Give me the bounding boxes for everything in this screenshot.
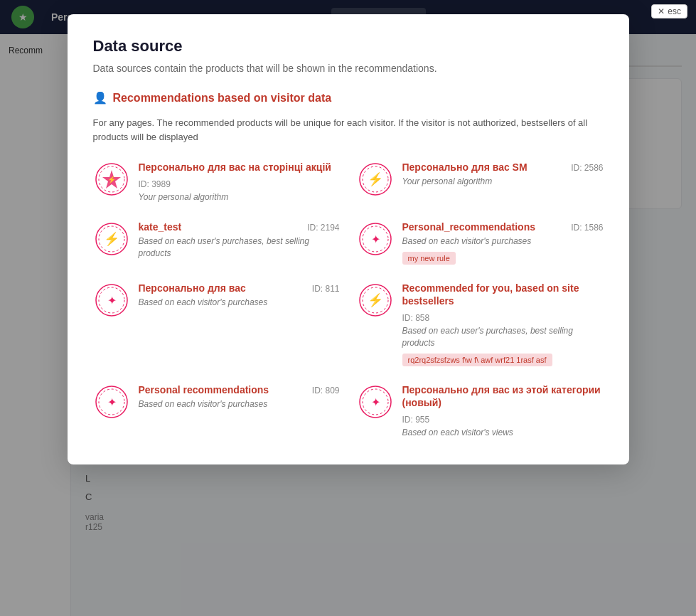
card-2-id: ID: 2586 [571, 163, 603, 173]
card-1-content: Персонально для вас на сторінці акцій ID… [139, 161, 340, 203]
card-8-icon: ✦ [357, 383, 394, 420]
card-5-desc: Based on each visitor's purchases [139, 297, 340, 309]
card-1[interactable]: ⚡ Персонально для вас на сторінці акцій … [93, 158, 340, 206]
section-title: Recommendations based on visitor data [113, 92, 332, 105]
svg-text:⚡: ⚡ [368, 292, 384, 308]
card-3[interactable]: ⚡ kate_test ID: 2194 Based on each user'… [93, 218, 340, 267]
card-7-desc: Based on each visitor's purchases [139, 398, 340, 410]
card-6-id: ID: 858 [402, 313, 430, 323]
card-6-desc: Based on each user's purchases, best sel… [402, 325, 604, 349]
modal-dialog: Data source Data sources contain the pro… [68, 14, 629, 464]
card-2-icon: ⚡ [357, 161, 394, 198]
svg-text:⚡: ⚡ [368, 171, 384, 187]
cards-grid: ⚡ Персонально для вас на сторінці акцій … [93, 158, 604, 442]
card-5[interactable]: ✦ Персонально для вас ID: 811 Based on e… [93, 279, 340, 369]
card-5-icon: ✦ [93, 282, 130, 319]
card-4-content: Personal_recommendations ID: 1586 Based … [402, 221, 604, 265]
card-6-name-row: Recommended for you, based on site bests… [402, 282, 604, 323]
card-2-desc: Your personal algorithm [402, 176, 604, 188]
card-2[interactable]: ⚡ Персонально для вас SM ID: 2586 Your p… [357, 158, 604, 206]
card-4-name: Personal_recommendations [402, 221, 536, 233]
card-8-desc: Based on each visitor's views [402, 427, 604, 439]
card-2-name: Персонально для вас SM [402, 161, 528, 174]
card-3-desc: Based on each user's purchases, best sel… [139, 235, 340, 260]
esc-button[interactable]: ✕ esc [651, 4, 687, 18]
section-header: 👤 Recommendations based on visitor data [93, 91, 604, 105]
svg-text:✦: ✦ [107, 294, 116, 307]
card-8-content: Персонально для вас из этой категории (н… [402, 383, 604, 439]
card-2-content: Персонально для вас SM ID: 2586 Your per… [402, 161, 604, 188]
card-5-name-row: Персонально для вас ID: 811 [139, 282, 340, 294]
card-4[interactable]: ✦ Personal_recommendations ID: 1586 Base… [357, 218, 604, 267]
card-5-name: Персонально для вас [139, 282, 246, 294]
card-4-id: ID: 1586 [571, 223, 603, 233]
card-1-name-row: Персонально для вас на сторінці акцій ID… [139, 161, 340, 189]
svg-text:✦: ✦ [107, 396, 116, 408]
x-icon: ✕ [658, 6, 665, 16]
card-8-name-row: Персонально для вас из этой категории (н… [402, 383, 604, 425]
card-5-id: ID: 811 [312, 284, 340, 294]
svg-text:✦: ✦ [370, 233, 380, 245]
person-icon: 👤 [93, 91, 107, 105]
modal-title: Data source [93, 37, 604, 55]
card-3-name: kate_test [139, 221, 182, 233]
card-7[interactable]: ✦ Personal recommendations ID: 809 Based… [93, 381, 340, 442]
card-3-content: kate_test ID: 2194 Based on each user's … [139, 221, 340, 260]
card-6[interactable]: ⚡ Recommended for you, based on site bes… [357, 279, 604, 369]
card-7-content: Personal recommendations ID: 809 Based o… [139, 383, 340, 410]
card-4-name-row: Personal_recommendations ID: 1586 [402, 221, 604, 233]
card-7-name-row: Personal recommendations ID: 809 [139, 383, 340, 396]
card-8[interactable]: ✦ Персонально для вас из этой категории … [357, 381, 604, 442]
card-6-content: Recommended for you, based on site bests… [402, 282, 604, 366]
card-3-icon: ⚡ [93, 221, 130, 257]
card-4-desc: Based on each visitor's purchases [402, 235, 604, 248]
card-1-id: ID: 3989 [139, 179, 171, 189]
svg-text:⚡: ⚡ [104, 231, 120, 247]
card-4-icon: ✦ [357, 221, 394, 257]
svg-text:✦: ✦ [370, 396, 380, 408]
card-7-id: ID: 809 [312, 386, 340, 395]
modal-subtitle: Data sources contain the products that w… [93, 63, 604, 74]
svg-text:⚡: ⚡ [107, 175, 117, 184]
card-1-desc: Your personal algorithm [139, 191, 340, 203]
card-7-icon: ✦ [93, 383, 130, 420]
card-1-name: Персонально для вас на сторінці акцій [139, 161, 331, 174]
card-2-name-row: Персонально для вас SM ID: 2586 [402, 161, 604, 174]
modal-overlay: Data source Data sources contain the pro… [0, 0, 696, 616]
card-1-icon: ⚡ [93, 161, 130, 198]
card-8-name: Персонально для вас из этой категории (н… [402, 383, 604, 409]
card-3-name-row: kate_test ID: 2194 [139, 221, 340, 233]
card-6-icon: ⚡ [357, 282, 394, 319]
section-description: For any pages. The recommended products … [93, 116, 604, 144]
card-8-id: ID: 955 [402, 415, 430, 425]
card-6-tag: rq2rq2sfzsfzws f\w f\ awf wrf21 1rasf as… [402, 354, 552, 366]
card-3-id: ID: 2194 [307, 223, 339, 233]
card-5-content: Персонально для вас ID: 811 Based on eac… [139, 282, 340, 309]
card-7-name: Personal recommendations [139, 383, 269, 396]
esc-label: esc [668, 6, 681, 16]
card-6-name: Recommended for you, based on site bests… [402, 282, 604, 307]
card-4-tag: my new rule [402, 252, 456, 265]
